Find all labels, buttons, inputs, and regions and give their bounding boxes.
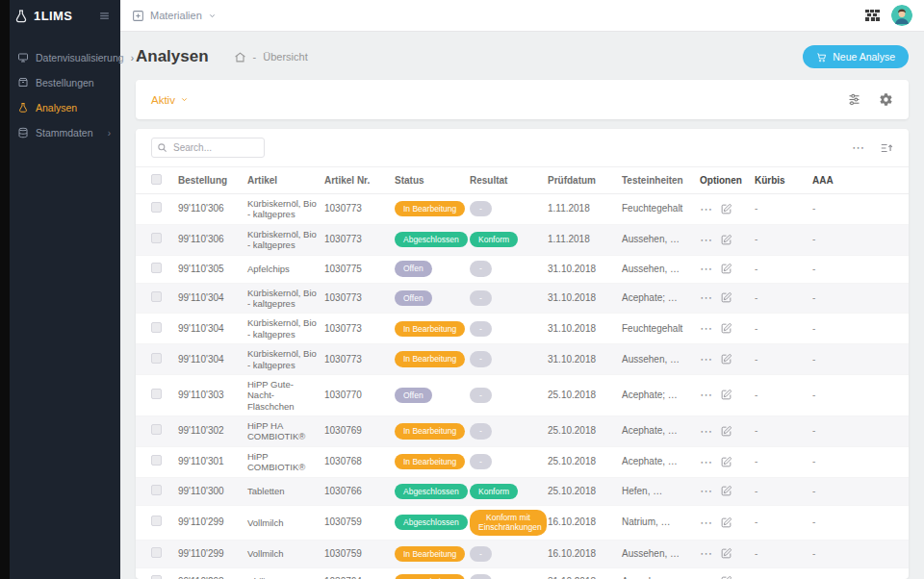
breadcrumb-current[interactable]: Übersicht — [263, 51, 307, 63]
row-edit-icon[interactable] — [720, 456, 732, 468]
row-options-icon[interactable]: ⋯ — [700, 322, 712, 335]
table-row[interactable]: 99'110'299 Vollmilch 1030759 In Bearbeit… — [136, 541, 909, 568]
new-analysis-button[interactable]: Neue Analyse — [803, 45, 909, 68]
column-header-resultat[interactable]: Resultat — [470, 175, 548, 187]
row-checkbox[interactable] — [151, 575, 162, 579]
table-row[interactable]: 99'110'304 Kürbiskernöl, Bio - kaltgepre… — [136, 314, 909, 344]
select-all-checkbox[interactable] — [151, 174, 162, 185]
status-filter-dropdown[interactable]: Aktiv — [151, 94, 189, 106]
sidebar-item-analysen[interactable]: Analysen — [10, 95, 120, 120]
row-options-icon[interactable]: ⋯ — [700, 234, 712, 246]
row-options-icon[interactable]: ⋯ — [700, 485, 712, 497]
pruefdatum-cell: 25.10.2018 — [548, 486, 622, 497]
row-edit-icon[interactable] — [720, 263, 732, 275]
column-header-aaa[interactable]: AAA — [812, 175, 893, 187]
pruefdatum-cell: 31.10.2018 — [548, 264, 622, 275]
table-row[interactable]: 99'110'304 Kürbiskernöl, Bio - kaltgepre… — [136, 344, 909, 375]
column-header-pruefdatum[interactable]: Prüfdatum — [548, 175, 622, 187]
resultat-badge: - — [470, 201, 492, 216]
row-checkbox[interactable] — [151, 233, 162, 243]
column-header-bestellung[interactable]: Bestellung — [178, 175, 247, 187]
row-edit-icon[interactable] — [720, 353, 732, 365]
testeinheiten-cell: Feuchtegehalt — [622, 323, 700, 335]
row-checkbox[interactable] — [151, 485, 162, 495]
status-badge: Abgeschlossen — [395, 484, 468, 499]
row-options-icon[interactable]: ⋯ — [700, 291, 712, 304]
column-header-optionen[interactable]: Optionen — [700, 175, 755, 187]
column-header-status[interactable]: Status — [395, 175, 470, 187]
row-edit-icon[interactable] — [720, 389, 732, 401]
resultat-badge: Konform — [470, 232, 518, 247]
row-checkbox[interactable] — [151, 263, 162, 273]
sidebar-item-bestellungen[interactable]: Bestellungen — [10, 70, 120, 95]
table-row[interactable]: 99'110'299 Vollmilch 1030759 Abgeschloss… — [136, 506, 909, 541]
row-edit-icon[interactable] — [720, 322, 732, 335]
row-options-icon[interactable]: ⋯ — [700, 203, 712, 215]
filter-sliders-icon[interactable] — [847, 92, 861, 107]
row-edit-icon[interactable] — [720, 203, 732, 215]
row-checkbox[interactable] — [151, 202, 162, 213]
row-options-icon[interactable]: ⋯ — [700, 516, 712, 529]
row-options-icon[interactable]: ⋯ — [700, 425, 712, 438]
row-edit-icon[interactable] — [720, 234, 732, 246]
row-checkbox[interactable] — [151, 291, 162, 302]
column-header-artikel-nr[interactable]: Artikel Nr. — [324, 175, 395, 187]
row-options-icon[interactable]: ⋯ — [700, 263, 712, 275]
pruefdatum-cell: 31.10.2018 — [548, 323, 622, 335]
artikel-nr-cell: 1030759 — [324, 548, 395, 560]
row-edit-icon[interactable] — [720, 485, 732, 497]
table-row[interactable]: 99'110'305 Apfelchips 1030775 Offen - 31… — [136, 256, 909, 284]
row-checkbox[interactable] — [151, 424, 162, 435]
sidebar-item-label: Stammdaten — [36, 127, 93, 138]
sidebar-item-datenvisualisierung[interactable]: Datenvisualisierung › — [10, 45, 120, 70]
table-body[interactable]: 99'110'306 Kürbiskernöl, Bio - kaltgepre… — [136, 194, 909, 579]
home-icon[interactable] — [234, 51, 246, 63]
row-checkbox[interactable] — [151, 322, 162, 333]
row-options-icon[interactable]: ⋯ — [700, 389, 712, 401]
user-avatar[interactable] — [891, 5, 912, 26]
search-input[interactable] — [151, 138, 265, 158]
sidebar-item-stammdaten[interactable]: Stammdaten › — [10, 120, 120, 145]
column-settings-icon[interactable] — [880, 141, 893, 155]
table-row[interactable]: 99'110'304 Kürbiskernöl, Bio - kaltgepre… — [136, 284, 909, 315]
breadcrumb: - Übersicht — [234, 51, 308, 63]
cart-icon — [816, 52, 827, 63]
artikel-cell: Kürbiskernöl, Bio - kaltgepres — [247, 229, 324, 251]
table-row[interactable]: 99'110'303 HiPP Gute-Nacht-Fläschchen 10… — [136, 375, 909, 416]
row-checkbox[interactable] — [151, 389, 162, 399]
sidebar-collapse-button[interactable] — [98, 10, 111, 22]
column-header-artikel[interactable]: Artikel — [247, 175, 324, 187]
gear-icon[interactable] — [879, 92, 893, 107]
table-row[interactable]: 99'110'306 Kürbiskernöl, Bio - kaltgepre… — [136, 194, 909, 225]
aaa-cell: - — [812, 548, 893, 560]
row-edit-icon[interactable] — [720, 516, 732, 529]
row-edit-icon[interactable] — [720, 425, 732, 438]
kuerbis-cell: - — [755, 234, 812, 245]
more-options-icon[interactable]: ⋯ — [852, 141, 864, 154]
table-row[interactable]: 99'110'301 HiPP COMBIOTIK® 1030768 In Be… — [136, 447, 909, 478]
row-edit-icon[interactable] — [720, 547, 732, 560]
row-edit-icon[interactable] — [720, 575, 732, 579]
row-checkbox[interactable] — [151, 353, 162, 364]
row-options-icon[interactable]: ⋯ — [700, 547, 712, 560]
row-options-icon[interactable]: ⋯ — [700, 575, 712, 579]
column-header-kuerbis[interactable]: Kürbis — [755, 175, 812, 187]
table-row[interactable]: 99'110'306 Kürbiskernöl, Bio - kaltgepre… — [136, 225, 909, 256]
table-row[interactable]: 99'110'300 Tabletten 1030766 Abgeschloss… — [136, 478, 909, 506]
row-edit-icon[interactable] — [720, 291, 732, 304]
row-options-icon[interactable]: ⋯ — [700, 353, 712, 365]
column-header-testeinheiten[interactable]: Testeinheiten — [622, 175, 700, 187]
row-checkbox[interactable] — [151, 455, 162, 466]
row-checkbox[interactable] — [151, 547, 162, 558]
row-checkbox[interactable] — [151, 516, 162, 526]
table-row[interactable]: 99'110'298 Chilino 1030764 In Bearbeitun… — [136, 568, 909, 579]
bestellung-cell: 99'110'305 — [178, 264, 247, 275]
artikel-nr-cell: 1030759 — [324, 516, 395, 528]
status-badge: In Bearbeitung — [395, 454, 465, 469]
module-selector[interactable]: Materialien — [150, 10, 202, 21]
status-badge: In Bearbeitung — [395, 351, 465, 366]
row-options-icon[interactable]: ⋯ — [700, 456, 712, 468]
resultat-badge: - — [470, 290, 492, 306]
language-flag-icon[interactable] — [865, 10, 880, 21]
table-row[interactable]: 99'110'302 HiPP HA COMBIOTIK® 1030769 In… — [136, 416, 909, 447]
